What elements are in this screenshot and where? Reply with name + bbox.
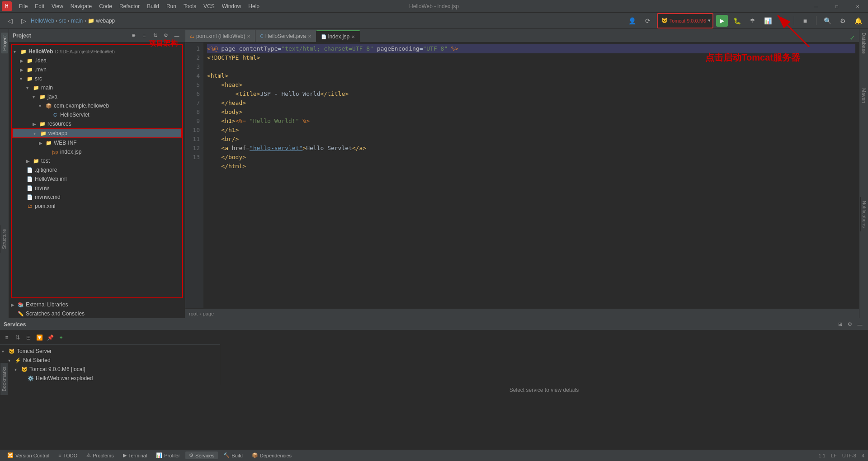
menu-vcs[interactable]: VCS bbox=[200, 2, 218, 10]
structure-side-tab[interactable]: Structure bbox=[0, 226, 8, 253]
database-side-tab[interactable]: Database bbox=[860, 29, 868, 57]
tab-close[interactable]: ✕ bbox=[308, 34, 311, 39]
run-config-selector[interactable]: 🐱 Tomcat 9.0.0.M6 ▾ bbox=[660, 15, 712, 27]
menu-refactor[interactable]: Refactor bbox=[116, 2, 143, 10]
search-button[interactable]: 🔍 bbox=[821, 14, 834, 27]
breadcrumb-src[interactable]: src bbox=[59, 18, 66, 24]
tree-item-pom[interactable]: ▶ 🗂 pom.xml bbox=[12, 202, 182, 211]
close-button[interactable]: ✕ bbox=[847, 0, 868, 13]
tree-item-label: mvnw.cmd bbox=[35, 194, 61, 200]
tab-label: pom.xml (HelloWeb) bbox=[196, 33, 245, 39]
tab-helloservlet[interactable]: C HelloServlet.java ✕ bbox=[255, 30, 316, 42]
services-minimize-button[interactable]: — bbox=[855, 320, 864, 329]
menu-help[interactable]: Help bbox=[245, 2, 263, 10]
statusbar-problems[interactable]: ⚠ Problems bbox=[83, 452, 117, 459]
line-endings: LF bbox=[831, 453, 837, 458]
menu-window[interactable]: Window bbox=[218, 2, 245, 10]
statusbar-profiler[interactable]: 📊 Profiler bbox=[152, 452, 184, 459]
menu-view[interactable]: View bbox=[48, 2, 67, 10]
coverage-button[interactable]: ☂ bbox=[746, 14, 759, 27]
menu-code[interactable]: Code bbox=[95, 2, 116, 10]
services-sort[interactable]: ⇅ bbox=[13, 333, 23, 343]
tree-item-src[interactable]: ▾ 📁 src bbox=[12, 74, 182, 83]
code-line-8: <body> bbox=[207, 108, 855, 117]
tree-item-webapp[interactable]: ▾ 📁 webapp bbox=[12, 128, 182, 138]
services-add[interactable]: + bbox=[56, 333, 66, 343]
services-settings-button[interactable]: ⚙ bbox=[845, 320, 854, 329]
tab-pom[interactable]: 🗂 pom.xml (HelloWeb) ✕ bbox=[185, 30, 255, 42]
tree-item-resources[interactable]: ▶ 📁 resources bbox=[12, 119, 182, 128]
services-tomcat-server[interactable]: ▾ 🐱 Tomcat Server bbox=[0, 347, 220, 356]
services-not-started[interactable]: ▾ ⚡ Not Started bbox=[0, 356, 220, 365]
stop-button[interactable]: ■ bbox=[799, 14, 811, 27]
services-war-exploded[interactable]: ▶ ⚙️ HelloWeb:war exploded bbox=[0, 374, 220, 383]
tree-item-package[interactable]: ▾ 📦 com.example.helloweb bbox=[12, 101, 182, 110]
tree-item-java[interactable]: ▾ 📁 java bbox=[12, 92, 182, 101]
statusbar-dependencies[interactable]: 📦 Dependencies bbox=[248, 452, 295, 459]
breadcrumb-helloweb[interactable]: HelloWeb bbox=[31, 18, 54, 24]
menu-tools[interactable]: Tools bbox=[180, 2, 200, 10]
services-collapse-all[interactable]: ≡ bbox=[2, 333, 12, 343]
project-side-tab[interactable]: Project bbox=[1, 33, 8, 53]
expand-arrow: ▾ bbox=[14, 367, 21, 372]
breadcrumb-page[interactable]: page bbox=[203, 311, 214, 316]
project-collapse-button[interactable]: ≡ bbox=[140, 31, 149, 40]
tree-item-gitignore[interactable]: ▶ 📄 .gitignore bbox=[12, 165, 182, 174]
statusbar-version-control[interactable]: 🔀 Version Control bbox=[4, 452, 53, 459]
tree-item-mvnwcmd[interactable]: ▶ 📄 mvnw.cmd bbox=[12, 193, 182, 202]
services-filter[interactable]: 🔽 bbox=[34, 333, 44, 343]
statusbar-terminal[interactable]: ▶ Terminal bbox=[119, 452, 151, 459]
maximize-button[interactable]: □ bbox=[826, 0, 847, 13]
more-run-button[interactable]: ▾ bbox=[777, 14, 789, 27]
services-expand-button[interactable]: ⊞ bbox=[835, 320, 844, 329]
tree-item-test[interactable]: ▶ 📁 test bbox=[12, 156, 182, 165]
forward-button[interactable]: ▷ bbox=[17, 14, 30, 27]
tree-item-helloweb[interactable]: ▾ 📁 HelloWeb D:\IDEA-projects\HelloWeb bbox=[12, 47, 182, 56]
code-line-14: </html> bbox=[207, 162, 855, 171]
tree-item-main[interactable]: ▾ 📁 main bbox=[12, 83, 182, 92]
run-button[interactable]: ▶ bbox=[716, 15, 728, 27]
tree-item-iml[interactable]: ▶ 📄 HelloWeb.iml bbox=[12, 174, 182, 183]
project-new-button[interactable]: ⊕ bbox=[129, 31, 138, 40]
tab-close[interactable]: ✕ bbox=[247, 34, 250, 39]
breadcrumb-webapp[interactable]: 📁 webapp bbox=[88, 18, 115, 24]
tree-item-idea[interactable]: ▶ 📁 .idea bbox=[12, 56, 182, 65]
tree-item-mvnw[interactable]: ▶ 📄 mvnw bbox=[12, 183, 182, 193]
indent-size: 4 bbox=[862, 453, 864, 458]
tab-indexjsp[interactable]: 📄 index.jsp ✕ bbox=[316, 30, 360, 42]
editor-breadcrumb: root › page bbox=[185, 308, 859, 318]
tree-item-mvn[interactable]: ▶ 📁 .mvn bbox=[12, 65, 182, 74]
menu-edit[interactable]: Edit bbox=[31, 2, 48, 10]
tree-item-scratches[interactable]: ▶ ✏️ Scratches and Consoles bbox=[9, 309, 185, 318]
settings-button[interactable]: ⚙ bbox=[836, 14, 849, 27]
services-tomcat-instance[interactable]: ▾ 🐱 Tomcat 9.0.0.M6 [local] bbox=[0, 365, 220, 374]
back-button[interactable]: ◁ bbox=[4, 14, 16, 27]
bookmarks-side-tab[interactable]: Bookmarks bbox=[0, 363, 8, 395]
tree-item-extlibs[interactable]: ▶ 📚 External Libraries bbox=[9, 300, 185, 309]
tree-item-indexjsp[interactable]: ▶ jsp index.jsp bbox=[12, 147, 182, 156]
statusbar-services[interactable]: ⚙ Services bbox=[185, 452, 218, 459]
update-button[interactable]: ⟳ bbox=[642, 14, 654, 27]
tree-item-webinf[interactable]: ▶ 📁 WEB-INF bbox=[12, 138, 182, 147]
profile-run-button[interactable]: 📊 bbox=[761, 14, 774, 27]
statusbar-build[interactable]: 🔨 Build bbox=[220, 452, 246, 459]
statusbar-todo[interactable]: ≡ TODO bbox=[55, 452, 81, 459]
menu-navigate[interactable]: Navigate bbox=[67, 2, 95, 10]
minimize-button[interactable]: — bbox=[806, 0, 826, 13]
maven-side-tab[interactable]: Maven bbox=[860, 85, 868, 107]
expand-arrow: ▶ bbox=[26, 159, 33, 164]
breadcrumb-main[interactable]: main bbox=[71, 18, 83, 24]
tree-item-helloservlet[interactable]: ▶ C HelloServlet bbox=[12, 110, 182, 119]
notifications-button[interactable]: 🔔 bbox=[852, 14, 864, 27]
profile-button[interactable]: 👤 bbox=[626, 14, 639, 27]
notifications-side-tab[interactable]: Notifications bbox=[860, 197, 868, 231]
debug-button[interactable]: 🐛 bbox=[731, 14, 743, 27]
menu-run[interactable]: Run bbox=[163, 2, 180, 10]
services-pin[interactable]: 📌 bbox=[45, 333, 55, 343]
code-editor[interactable]: <%@ page contentType="text/html; charset… bbox=[203, 42, 859, 308]
breadcrumb-root[interactable]: root bbox=[189, 311, 198, 316]
menu-build[interactable]: Build bbox=[143, 2, 163, 10]
services-group[interactable]: ⊟ bbox=[24, 333, 33, 343]
tab-close[interactable]: ✕ bbox=[351, 34, 355, 39]
menu-file[interactable]: File bbox=[15, 2, 31, 10]
